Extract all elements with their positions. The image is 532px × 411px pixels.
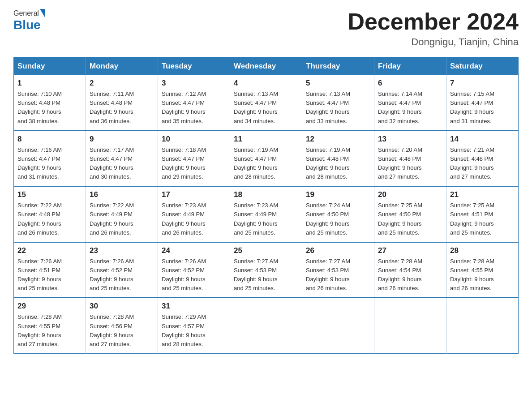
col-friday: Friday	[374, 57, 446, 76]
day-number: 29	[17, 302, 82, 311]
day-number: 8	[17, 135, 82, 144]
day-number: 19	[306, 190, 370, 199]
day-number: 13	[378, 135, 442, 144]
day-info: Sunrise: 7:25 AM Sunset: 4:51 PM Dayligh…	[450, 201, 515, 237]
day-info: Sunrise: 7:12 AM Sunset: 4:47 PM Dayligh…	[162, 90, 226, 126]
day-info: Sunrise: 7:22 AM Sunset: 4:48 PM Dayligh…	[17, 201, 82, 237]
table-row: 26 Sunrise: 7:27 AM Sunset: 4:53 PM Dayl…	[302, 242, 374, 298]
day-number: 5	[306, 79, 370, 88]
table-row: 8 Sunrise: 7:16 AM Sunset: 4:47 PM Dayli…	[14, 131, 86, 187]
table-row: 6 Sunrise: 7:14 AM Sunset: 4:47 PM Dayli…	[374, 75, 446, 131]
day-number: 11	[234, 135, 298, 144]
col-sunday: Sunday	[14, 57, 86, 76]
day-info: Sunrise: 7:24 AM Sunset: 4:50 PM Dayligh…	[306, 201, 370, 237]
calendar-week-3: 15 Sunrise: 7:22 AM Sunset: 4:48 PM Dayl…	[14, 186, 519, 242]
col-monday: Monday	[86, 57, 158, 76]
table-row: 1 Sunrise: 7:10 AM Sunset: 4:48 PM Dayli…	[14, 75, 86, 131]
month-title: December 2024	[348, 9, 519, 34]
day-info: Sunrise: 7:10 AM Sunset: 4:48 PM Dayligh…	[17, 90, 82, 126]
day-info: Sunrise: 7:20 AM Sunset: 4:48 PM Dayligh…	[378, 146, 442, 182]
day-number: 30	[90, 302, 154, 311]
day-number: 6	[378, 79, 442, 88]
col-saturday: Saturday	[446, 57, 519, 76]
table-row: 3 Sunrise: 7:12 AM Sunset: 4:47 PM Dayli…	[158, 75, 230, 131]
page-header: General Blue December 2024 Dongnigu, Tia…	[13, 9, 519, 48]
day-info: Sunrise: 7:15 AM Sunset: 4:47 PM Dayligh…	[450, 90, 515, 126]
calendar-header-row: Sunday Monday Tuesday Wednesday Thursday…	[14, 57, 519, 76]
day-number: 14	[450, 135, 515, 144]
day-number: 9	[90, 135, 154, 144]
day-info: Sunrise: 7:26 AM Sunset: 4:52 PM Dayligh…	[90, 257, 154, 293]
day-info: Sunrise: 7:28 AM Sunset: 4:54 PM Dayligh…	[378, 257, 442, 293]
table-row: 27 Sunrise: 7:28 AM Sunset: 4:54 PM Dayl…	[374, 242, 446, 298]
day-number: 12	[306, 135, 370, 144]
table-row: 11 Sunrise: 7:19 AM Sunset: 4:47 PM Dayl…	[230, 131, 302, 187]
day-number: 27	[378, 246, 442, 255]
day-info: Sunrise: 7:18 AM Sunset: 4:47 PM Dayligh…	[162, 146, 226, 182]
table-row: 10 Sunrise: 7:18 AM Sunset: 4:47 PM Dayl…	[158, 131, 230, 187]
day-number: 22	[17, 246, 82, 255]
table-row: 15 Sunrise: 7:22 AM Sunset: 4:48 PM Dayl…	[14, 186, 86, 242]
table-row: 20 Sunrise: 7:25 AM Sunset: 4:50 PM Dayl…	[374, 186, 446, 242]
day-info: Sunrise: 7:27 AM Sunset: 4:53 PM Dayligh…	[234, 257, 298, 293]
location-title: Dongnigu, Tianjin, China	[348, 36, 519, 48]
table-row: 7 Sunrise: 7:15 AM Sunset: 4:47 PM Dayli…	[446, 75, 519, 131]
calendar-table: Sunday Monday Tuesday Wednesday Thursday…	[13, 57, 519, 354]
table-row: 24 Sunrise: 7:26 AM Sunset: 4:52 PM Dayl…	[158, 242, 230, 298]
day-info: Sunrise: 7:22 AM Sunset: 4:49 PM Dayligh…	[90, 201, 154, 237]
table-row: 19 Sunrise: 7:24 AM Sunset: 4:50 PM Dayl…	[302, 186, 374, 242]
logo-triangle-icon	[40, 9, 45, 18]
day-info: Sunrise: 7:17 AM Sunset: 4:47 PM Dayligh…	[90, 146, 154, 182]
day-number: 10	[162, 135, 226, 144]
day-info: Sunrise: 7:11 AM Sunset: 4:48 PM Dayligh…	[90, 90, 154, 126]
logo-blue-text: Blue	[13, 18, 41, 32]
logo: General Blue	[13, 9, 46, 32]
table-row	[230, 298, 302, 353]
day-info: Sunrise: 7:13 AM Sunset: 4:47 PM Dayligh…	[306, 90, 370, 126]
table-row: 16 Sunrise: 7:22 AM Sunset: 4:49 PM Dayl…	[86, 186, 158, 242]
day-info: Sunrise: 7:27 AM Sunset: 4:53 PM Dayligh…	[306, 257, 370, 293]
day-info: Sunrise: 7:28 AM Sunset: 4:55 PM Dayligh…	[450, 257, 515, 293]
day-number: 15	[17, 190, 82, 199]
day-number: 20	[378, 190, 442, 199]
day-number: 24	[162, 246, 226, 255]
day-info: Sunrise: 7:16 AM Sunset: 4:47 PM Dayligh…	[17, 146, 82, 182]
table-row: 25 Sunrise: 7:27 AM Sunset: 4:53 PM Dayl…	[230, 242, 302, 298]
calendar-week-1: 1 Sunrise: 7:10 AM Sunset: 4:48 PM Dayli…	[14, 75, 519, 131]
day-number: 26	[306, 246, 370, 255]
day-number: 2	[90, 79, 154, 88]
day-info: Sunrise: 7:25 AM Sunset: 4:50 PM Dayligh…	[378, 201, 442, 237]
day-info: Sunrise: 7:19 AM Sunset: 4:47 PM Dayligh…	[234, 146, 298, 182]
table-row	[374, 298, 446, 353]
calendar-week-4: 22 Sunrise: 7:26 AM Sunset: 4:51 PM Dayl…	[14, 242, 519, 298]
day-number: 3	[162, 79, 226, 88]
day-number: 16	[90, 190, 154, 199]
table-row: 23 Sunrise: 7:26 AM Sunset: 4:52 PM Dayl…	[86, 242, 158, 298]
table-row: 29 Sunrise: 7:28 AM Sunset: 4:55 PM Dayl…	[14, 298, 86, 353]
day-number: 21	[450, 190, 515, 199]
col-thursday: Thursday	[302, 57, 374, 76]
table-row: 4 Sunrise: 7:13 AM Sunset: 4:47 PM Dayli…	[230, 75, 302, 131]
table-row: 5 Sunrise: 7:13 AM Sunset: 4:47 PM Dayli…	[302, 75, 374, 131]
day-info: Sunrise: 7:29 AM Sunset: 4:57 PM Dayligh…	[162, 313, 226, 349]
table-row: 21 Sunrise: 7:25 AM Sunset: 4:51 PM Dayl…	[446, 186, 519, 242]
day-info: Sunrise: 7:21 AM Sunset: 4:48 PM Dayligh…	[450, 146, 515, 182]
day-number: 7	[450, 79, 515, 88]
day-number: 4	[234, 79, 298, 88]
day-number: 17	[162, 190, 226, 199]
day-info: Sunrise: 7:14 AM Sunset: 4:47 PM Dayligh…	[378, 90, 442, 126]
day-number: 1	[17, 79, 82, 88]
table-row: 18 Sunrise: 7:23 AM Sunset: 4:49 PM Dayl…	[230, 186, 302, 242]
table-row: 13 Sunrise: 7:20 AM Sunset: 4:48 PM Dayl…	[374, 131, 446, 187]
col-wednesday: Wednesday	[230, 57, 302, 76]
day-info: Sunrise: 7:23 AM Sunset: 4:49 PM Dayligh…	[234, 201, 298, 237]
day-number: 23	[90, 246, 154, 255]
table-row: 9 Sunrise: 7:17 AM Sunset: 4:47 PM Dayli…	[86, 131, 158, 187]
table-row: 31 Sunrise: 7:29 AM Sunset: 4:57 PM Dayl…	[158, 298, 230, 353]
day-number: 18	[234, 190, 298, 199]
table-row	[446, 298, 519, 353]
calendar-week-5: 29 Sunrise: 7:28 AM Sunset: 4:55 PM Dayl…	[14, 298, 519, 353]
table-row: 28 Sunrise: 7:28 AM Sunset: 4:55 PM Dayl…	[446, 242, 519, 298]
table-row: 17 Sunrise: 7:23 AM Sunset: 4:49 PM Dayl…	[158, 186, 230, 242]
day-info: Sunrise: 7:28 AM Sunset: 4:56 PM Dayligh…	[90, 313, 154, 349]
